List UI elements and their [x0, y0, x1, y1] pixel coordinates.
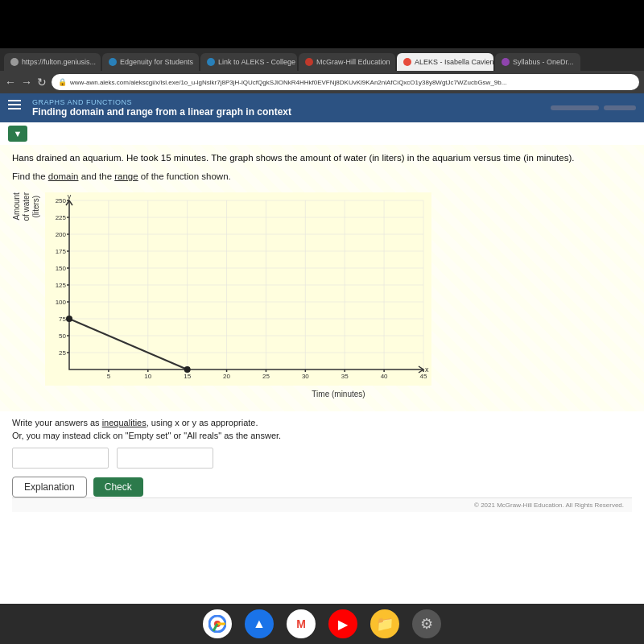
progress-bar2: [604, 105, 636, 110]
address-bar-row: ← → ↻ 🔒 www-awn.aleks.com/alekscgi/x/lsl…: [0, 71, 644, 93]
tab-icon-edgenuity: [109, 58, 117, 66]
instruction-line2: Or, you may instead click on "Empty set"…: [12, 431, 281, 440]
graph-wrapper: Time (minutes): [45, 192, 632, 400]
domain-label: domain: [48, 171, 79, 181]
answer-inputs-row: [12, 448, 632, 469]
instruction-line1: Write your answers as inequalities, usin…: [12, 418, 258, 427]
expand-chevron-button[interactable]: ▼: [8, 126, 27, 142]
range-input[interactable]: [117, 448, 213, 469]
tab-fulton[interactable]: https://fulton.geniusis...: [4, 53, 101, 71]
tab-mcgraw[interactable]: McGraw-Hill Education: [299, 53, 395, 71]
tab-icon-aleks: [403, 58, 411, 66]
progress-bar: [551, 105, 599, 110]
forward-button[interactable]: →: [21, 76, 32, 89]
header-text-block: GRAPHS AND FUNCTIONS Finding domain and …: [32, 98, 551, 118]
answer-area: Write your answers as inequalities, usin…: [0, 411, 644, 517]
tab-icon-aleks-college: [207, 58, 215, 66]
tab-syllabus[interactable]: Syllabus - OneDr...: [495, 53, 580, 71]
graph-container: Amountof water(liters) Time (minutes): [12, 192, 632, 400]
taskbar-folder-icon[interactable]: 📁: [370, 609, 399, 638]
address-text: www-awn.aleks.com/alekscgi/x/lsl.exe/1o_…: [70, 79, 506, 86]
taskbar-gmail-icon[interactable]: M: [287, 609, 316, 638]
hamburger-menu[interactable]: [8, 93, 24, 109]
tab-icon-mcgraw: [305, 58, 313, 66]
problem-area: Hans drained an aquarium. He took 15 min…: [0, 145, 644, 411]
tab-label-aleks-college: Link to ALEKS - College: [218, 58, 295, 66]
taskbar: ▲ M ▶ 📁 ⚙: [0, 604, 644, 644]
tab-label-syllabus: Syllabus - OneDr...: [513, 58, 574, 66]
tab-label-mcgraw: McGraw-Hill Education: [316, 58, 390, 66]
graph-canvas: [45, 192, 431, 386]
taskbar-chrome-icon[interactable]: [203, 609, 232, 638]
back-button[interactable]: ←: [5, 76, 16, 89]
black-top-bar: [0, 0, 644, 48]
domain-input[interactable]: [12, 448, 109, 469]
tab-aleks-college[interactable]: Link to ALEKS - College: [200, 53, 297, 71]
tab-label-edgenuity: Edgenuity for Students: [120, 58, 193, 66]
tab-icon-syllabus: [502, 58, 510, 66]
taskbar-settings-icon[interactable]: ⚙: [412, 609, 441, 638]
button-row: Explanation Check: [12, 477, 632, 497]
tab-icon-fulton: [10, 58, 19, 66]
lock-icon: 🔒: [58, 78, 67, 86]
tab-edgenuity[interactable]: Edgenuity for Students: [102, 53, 199, 71]
tab-aleks-isabella[interactable]: ALEKS - Isabella Cavien: [397, 53, 493, 71]
x-axis-label: Time (minutes): [45, 388, 632, 400]
tab-bar: https://fulton.geniusis... Edgenuity for…: [0, 48, 644, 71]
tab-label-aleks: ALEKS - Isabella Cavien: [415, 58, 493, 66]
browser-chrome: https://fulton.geniusis... Edgenuity for…: [0, 48, 644, 93]
section-label: GRAPHS AND FUNCTIONS: [32, 98, 551, 106]
explanation-button[interactable]: Explanation: [12, 477, 87, 497]
chevron-row: ▼: [0, 122, 644, 145]
address-bar[interactable]: 🔒 www-awn.aleks.com/alekscgi/x/lsl.exe/1…: [52, 74, 639, 90]
problem-instruction: Find the domain and the range of the fun…: [12, 170, 632, 184]
answer-instructions: Write your answers as inequalities, usin…: [12, 416, 632, 443]
y-axis-label: Amountof water(liters): [12, 192, 41, 221]
inequalities-link[interactable]: inequalities: [102, 418, 147, 427]
taskbar-youtube-icon[interactable]: ▶: [328, 609, 357, 638]
tab-label-fulton: https://fulton.geniusis...: [22, 58, 96, 66]
header-title: Finding domain and range from a linear g…: [32, 106, 551, 118]
problem-description: Hans drained an aquarium. He took 15 min…: [12, 151, 632, 165]
taskbar-drive-icon[interactable]: ▲: [245, 609, 274, 638]
check-button[interactable]: Check: [93, 477, 143, 497]
reload-button[interactable]: ↻: [37, 76, 47, 89]
copyright-text: © 2021 McGraw-Hill Education. All Rights…: [12, 497, 632, 512]
range-label: range: [114, 171, 138, 181]
aleks-header: GRAPHS AND FUNCTIONS Finding domain and …: [0, 93, 644, 122]
content-area: GRAPHS AND FUNCTIONS Finding domain and …: [0, 93, 644, 604]
